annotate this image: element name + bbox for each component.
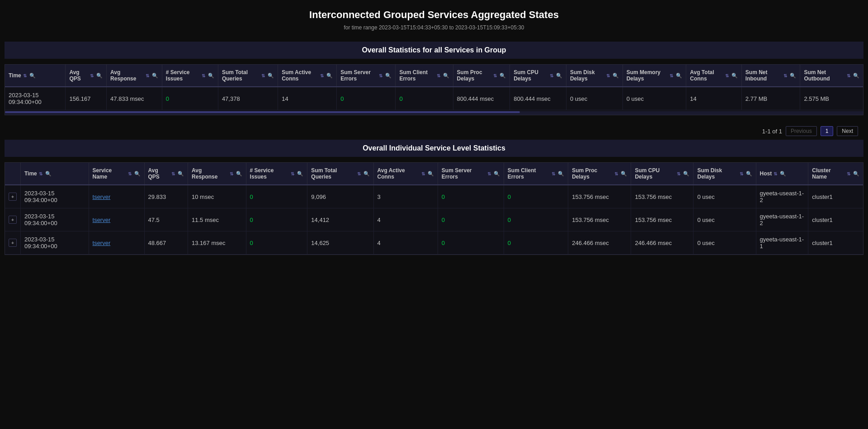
table-row: +2023-03-15 09:34:00+00tserver47.511.5 m… bbox=[5, 208, 863, 231]
search-icon[interactable]: 🔍 bbox=[428, 171, 434, 177]
sort-icon[interactable]: ⇅ bbox=[320, 73, 324, 78]
col2-cpu-delays: Sum CPU Delays ⇅ 🔍 bbox=[631, 163, 693, 185]
expand-button[interactable]: + bbox=[9, 193, 17, 201]
col-active-conns: Sum Active Conns ⇅ 🔍 bbox=[278, 65, 337, 87]
col-service-issues: # Service Issues ⇅ 🔍 bbox=[162, 65, 218, 87]
search-icon[interactable]: 🔍 bbox=[96, 73, 103, 79]
col-total-conns: Avg Total Conns ⇅ 🔍 bbox=[686, 65, 742, 87]
search-icon[interactable]: 🔍 bbox=[363, 171, 370, 177]
sort-icon[interactable]: ⇅ bbox=[261, 73, 265, 78]
search-icon[interactable]: 🔍 bbox=[178, 171, 184, 177]
search-icon[interactable]: 🔍 bbox=[45, 171, 52, 177]
table-row: 2023-03-15 09:34:00+00156.16747.833 msec… bbox=[5, 87, 863, 110]
scrollbar[interactable] bbox=[5, 111, 863, 115]
sort-icon[interactable]: ⇅ bbox=[23, 73, 27, 78]
sort-icon[interactable]: ⇅ bbox=[774, 171, 777, 176]
search-icon[interactable]: 🔍 bbox=[676, 73, 682, 79]
table-row: +2023-03-15 09:34:00+00tserver48.66713.1… bbox=[5, 231, 863, 255]
search-icon[interactable]: 🔍 bbox=[326, 73, 333, 79]
col-net-outbound: Sum Net Outbound ⇅ 🔍 bbox=[800, 65, 863, 87]
sort-icon[interactable]: ⇅ bbox=[552, 171, 555, 176]
table-row: +2023-03-15 09:34:00+00tserver29.83310 m… bbox=[5, 185, 863, 208]
col-server-errors: Sum Server Errors ⇅ 🔍 bbox=[337, 65, 396, 87]
search-icon[interactable]: 🔍 bbox=[152, 73, 158, 79]
next-button[interactable]: Next bbox=[837, 126, 858, 136]
col2-service-name: Service Name ⇅ 🔍 bbox=[89, 163, 144, 185]
page-1-button[interactable]: 1 bbox=[821, 126, 834, 136]
col-net-inbound: Sum Net Inbound ⇅ 🔍 bbox=[741, 65, 800, 87]
col2-avg-qps: Avg QPS ⇅ 🔍 bbox=[144, 163, 188, 185]
col-total-queries: Sum Total Queries ⇅ 🔍 bbox=[218, 65, 278, 87]
sort-icon[interactable]: ⇅ bbox=[493, 73, 497, 78]
sort-icon[interactable]: ⇅ bbox=[357, 171, 361, 176]
page-subtitle: for time range 2023-03-15T15:04:33+05:30… bbox=[5, 24, 863, 31]
search-icon[interactable]: 🔍 bbox=[208, 73, 214, 79]
col-cpu-delays: Sum CPU Delays ⇅ 🔍 bbox=[510, 65, 566, 87]
sort-icon[interactable]: ⇅ bbox=[379, 73, 382, 78]
sort-icon[interactable]: ⇅ bbox=[847, 73, 850, 78]
sort-icon[interactable]: ⇅ bbox=[783, 73, 787, 78]
page-container: Interconnected Grouped Services Aggregat… bbox=[0, 0, 868, 271]
sort-icon[interactable]: ⇅ bbox=[725, 73, 729, 78]
expand-button[interactable]: + bbox=[9, 216, 17, 224]
search-icon[interactable]: 🔍 bbox=[621, 171, 627, 177]
col-memory-delays: Sum Memory Delays ⇅ 🔍 bbox=[623, 65, 686, 87]
search-icon[interactable]: 🔍 bbox=[746, 171, 752, 177]
page-title: Interconnected Grouped Services Aggregat… bbox=[5, 9, 863, 21]
search-icon[interactable]: 🔍 bbox=[443, 73, 449, 79]
sort-icon[interactable]: ⇅ bbox=[171, 171, 175, 176]
search-icon[interactable]: 🔍 bbox=[385, 73, 392, 79]
pagination-bar: 1-1 of 1 Previous 1 Next bbox=[5, 123, 863, 140]
sort-icon[interactable]: ⇅ bbox=[421, 171, 425, 176]
sort-icon[interactable]: ⇅ bbox=[614, 171, 618, 176]
sort-icon[interactable]: ⇅ bbox=[90, 73, 94, 78]
col-proc-delays: Sum Proc Delays ⇅ 🔍 bbox=[453, 65, 510, 87]
sort-icon[interactable]: ⇅ bbox=[677, 171, 680, 176]
search-icon[interactable]: 🔍 bbox=[236, 171, 242, 177]
search-icon[interactable]: 🔍 bbox=[558, 171, 564, 177]
sort-icon[interactable]: ⇅ bbox=[847, 171, 850, 176]
search-icon[interactable]: 🔍 bbox=[556, 73, 562, 79]
col2-active-conns: Avg Active Conns ⇅ 🔍 bbox=[373, 163, 438, 185]
sort-icon[interactable]: ⇅ bbox=[230, 171, 233, 176]
search-icon[interactable]: 🔍 bbox=[853, 73, 859, 79]
sort-icon[interactable]: ⇅ bbox=[146, 73, 149, 78]
search-icon[interactable]: 🔍 bbox=[731, 73, 738, 79]
col-avg-qps: Avg QPS ⇅ 🔍 bbox=[66, 65, 107, 87]
col2-avg-response: Avg Response ⇅ 🔍 bbox=[188, 163, 246, 185]
expand-button[interactable]: + bbox=[9, 239, 17, 247]
section2-table-wrapper: Time ⇅ 🔍 Service Name ⇅ 🔍 bbox=[5, 162, 863, 255]
sort-icon[interactable]: ⇅ bbox=[291, 171, 294, 176]
sort-icon[interactable]: ⇅ bbox=[437, 73, 440, 78]
section1-table: Time ⇅ 🔍 Avg QPS ⇅ 🔍 bbox=[5, 65, 863, 110]
sort-icon[interactable]: ⇅ bbox=[550, 73, 553, 78]
col2-expand bbox=[5, 163, 21, 185]
prev-button[interactable]: Previous bbox=[786, 126, 817, 136]
col2-proc-delays: Sum Proc Delays ⇅ 🔍 bbox=[568, 163, 631, 185]
section2-table: Time ⇅ 🔍 Service Name ⇅ 🔍 bbox=[5, 163, 863, 255]
sort-icon[interactable]: ⇅ bbox=[39, 171, 42, 176]
sort-icon[interactable]: ⇅ bbox=[670, 73, 673, 78]
col2-client-errors: Sum Client Errors ⇅ 🔍 bbox=[504, 163, 568, 185]
search-icon[interactable]: 🔍 bbox=[494, 171, 500, 177]
sort-icon[interactable]: ⇅ bbox=[202, 73, 205, 78]
search-icon[interactable]: 🔍 bbox=[500, 73, 506, 79]
col2-server-errors: Sum Server Errors ⇅ 🔍 bbox=[438, 163, 504, 185]
sort-icon[interactable]: ⇅ bbox=[606, 73, 610, 78]
sort-icon[interactable]: ⇅ bbox=[740, 171, 743, 176]
col-disk-delays: Sum Disk Delays ⇅ 🔍 bbox=[566, 65, 623, 87]
sort-icon[interactable]: ⇅ bbox=[487, 171, 491, 176]
search-icon[interactable]: 🔍 bbox=[297, 171, 303, 177]
search-icon[interactable]: 🔍 bbox=[780, 171, 786, 177]
col2-disk-delays: Sum Disk Delays ⇅ 🔍 bbox=[693, 163, 756, 185]
col2-total-queries: Sum Total Queries ⇅ 🔍 bbox=[307, 163, 373, 185]
search-icon[interactable]: 🔍 bbox=[29, 73, 36, 79]
search-icon[interactable]: 🔍 bbox=[853, 171, 859, 177]
sort-icon[interactable]: ⇅ bbox=[128, 171, 132, 176]
search-icon[interactable]: 🔍 bbox=[268, 73, 274, 79]
search-icon[interactable]: 🔍 bbox=[134, 171, 141, 177]
search-icon[interactable]: 🔍 bbox=[790, 73, 796, 79]
search-icon[interactable]: 🔍 bbox=[683, 171, 689, 177]
pagination-info: 1-1 of 1 bbox=[762, 128, 782, 135]
search-icon[interactable]: 🔍 bbox=[613, 73, 619, 79]
